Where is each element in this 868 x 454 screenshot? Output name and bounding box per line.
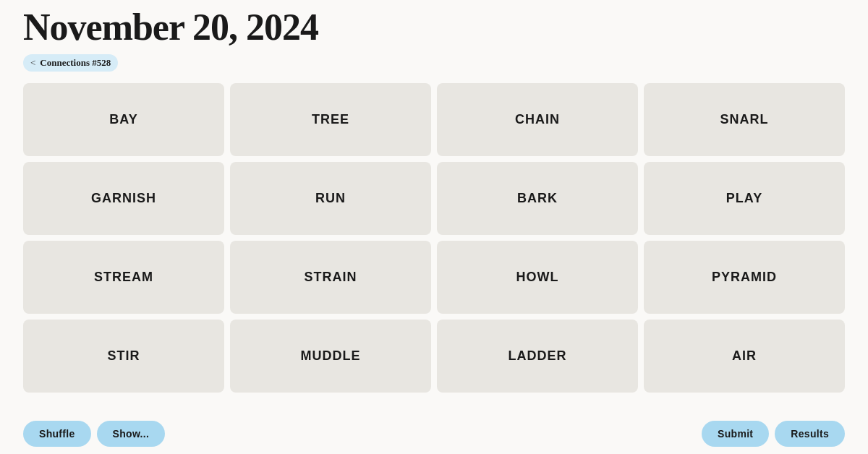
word-label: PLAY xyxy=(726,191,762,206)
word-tile[interactable]: PLAY xyxy=(644,162,845,235)
word-label: BARK xyxy=(517,191,558,206)
word-tile[interactable]: TREE xyxy=(230,83,431,156)
word-label: GARNISH xyxy=(91,191,156,206)
word-label: MUDDLE xyxy=(301,348,361,364)
back-arrow-icon: < xyxy=(30,57,35,69)
left-buttons: Shuffle Show... xyxy=(23,421,165,447)
show-button[interactable]: Show... xyxy=(97,421,166,447)
word-tile[interactable]: MUDDLE xyxy=(230,320,431,393)
word-grid: BAYTREECHAINSNARLGARNISHRUNBARKPLAYSTREA… xyxy=(0,72,868,404)
word-label: STRAIN xyxy=(305,270,357,285)
word-label: BAY xyxy=(109,112,137,127)
word-tile[interactable]: BARK xyxy=(437,162,638,235)
word-label: SNARL xyxy=(720,112,769,127)
word-tile[interactable]: BAY xyxy=(23,83,224,156)
page-title: November 20, 2024 xyxy=(23,6,845,48)
word-label: LADDER xyxy=(509,348,567,364)
word-tile[interactable]: AIR xyxy=(644,320,845,393)
page-header: November 20, 2024 < Connections #528 xyxy=(0,0,868,72)
connections-label: Connections #528 xyxy=(40,57,111,69)
word-tile[interactable]: STIR xyxy=(23,320,224,393)
word-tile[interactable]: PYRAMID xyxy=(644,241,845,314)
word-tile[interactable]: HOWL xyxy=(437,241,638,314)
right-buttons: Submit Results xyxy=(702,421,845,447)
shuffle-button[interactable]: Shuffle xyxy=(23,421,91,447)
word-tile[interactable]: RUN xyxy=(230,162,431,235)
word-tile[interactable]: STREAM xyxy=(23,241,224,314)
submit-button[interactable]: Submit xyxy=(702,421,769,447)
word-label: AIR xyxy=(732,348,757,364)
back-nav[interactable]: < Connections #528 xyxy=(23,54,118,72)
word-tile[interactable]: STRAIN xyxy=(230,241,431,314)
word-label: STREAM xyxy=(94,270,153,285)
word-tile[interactable]: LADDER xyxy=(437,320,638,393)
word-label: PYRAMID xyxy=(712,270,777,285)
word-label: HOWL xyxy=(516,270,559,285)
word-label: RUN xyxy=(315,191,346,206)
word-label: CHAIN xyxy=(515,112,560,127)
bottom-actions: Shuffle Show... Submit Results xyxy=(0,414,868,454)
word-tile[interactable]: GARNISH xyxy=(23,162,224,235)
word-tile[interactable]: SNARL xyxy=(644,83,845,156)
results-button[interactable]: Results xyxy=(775,421,845,447)
word-label: STIR xyxy=(107,348,140,364)
word-tile[interactable]: CHAIN xyxy=(437,83,638,156)
word-label: TREE xyxy=(312,112,349,127)
